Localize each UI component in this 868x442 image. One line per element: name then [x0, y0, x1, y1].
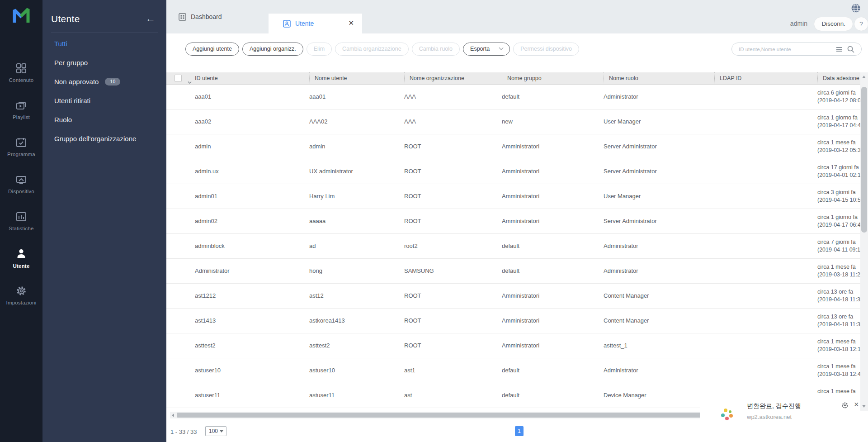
cell-org: root2: [404, 234, 502, 258]
cell-group: Amministratori: [502, 309, 604, 333]
cell-group: Amministratori: [502, 333, 604, 358]
cell-ldap: [714, 109, 817, 134]
sidebar-item-label: Impostazioni: [0, 300, 42, 305]
search-input[interactable]: [739, 43, 829, 55]
cell-user-id: admin01: [166, 184, 309, 209]
sidebar-item-label: Programma: [0, 152, 42, 157]
cell-group: default: [502, 358, 604, 383]
cell-group: Amministratori: [502, 209, 604, 233]
column-header-id-utente[interactable]: ID utente: [195, 72, 309, 84]
tab-dashboard[interactable]: Dashboard: [179, 0, 222, 33]
table-row[interactable]: ast1413 astkorea1413 ROOT Amministratori…: [166, 309, 868, 333]
panel-item-per-gruppo[interactable]: Per gruppo: [54, 59, 88, 67]
cell-user-id: admin.ux: [166, 159, 309, 184]
column-header-nome-gruppo[interactable]: Nome gruppo: [502, 72, 604, 84]
table-row[interactable]: aaa01 aaa01 AAA default Administrator ci…: [166, 85, 868, 109]
table-row[interactable]: astuser10 astuser10 ast1 default Adminis…: [166, 358, 868, 383]
table-row[interactable]: admin02 aaaaa ROOT Amministratori Server…: [166, 209, 868, 234]
search-filter-icon[interactable]: [836, 47, 842, 52]
change-role-button[interactable]: Cambia ruolo: [412, 43, 460, 56]
vertical-scrollbar-thumb[interactable]: [861, 87, 867, 233]
table-row[interactable]: admin01 Harry Lim ROOT Amministratori Us…: [166, 184, 868, 209]
close-tab-icon[interactable]: ✕: [348, 19, 354, 27]
cell-role: Administrator: [604, 85, 714, 109]
delete-button[interactable]: Elim: [307, 43, 332, 56]
cell-ldap: [714, 259, 817, 283]
cell-role: Administrator: [604, 234, 714, 258]
table-row[interactable]: ast1212 ast12 ROOT Amministratori Conten…: [166, 284, 868, 309]
table-row[interactable]: admin admin ROOT Amministratori Server A…: [166, 134, 868, 159]
scroll-down-arrow-icon[interactable]: [862, 405, 866, 408]
cell-group: Amministratori: [502, 284, 604, 308]
export-dropdown-button[interactable]: Esporta: [463, 43, 510, 56]
cell-org: ROOT: [404, 184, 502, 209]
scroll-up-arrow-icon[interactable]: [862, 76, 866, 78]
vertical-scrollbar[interactable]: [860, 72, 868, 411]
panel-item-gruppo-organizzazione[interactable]: Gruppo dell'organizzazione: [54, 135, 136, 143]
tab-bar: Dashboard Utente ✕ admin Disconn.: [166, 0, 868, 33]
cell-org: ROOT: [404, 209, 502, 233]
table-row[interactable]: asttest2 asttest2 ROOT Amministratori as…: [166, 333, 868, 358]
magicinfo-logo[interactable]: [11, 5, 32, 27]
sidebar-item-dispositivo[interactable]: Dispositivo: [0, 174, 42, 194]
page-number-button[interactable]: 1: [515, 426, 524, 436]
cell-user-name: ast12: [309, 284, 404, 308]
cell-org: ast1: [404, 358, 502, 383]
panel-item-non-approvato[interactable]: Non approvato10: [54, 78, 120, 86]
sidebar-item-programma[interactable]: Programma: [0, 137, 42, 157]
panel-item-utenti-ritirati[interactable]: Utenti ritirati: [54, 97, 90, 105]
add-organization-button[interactable]: Aggiungi organizz.: [242, 43, 303, 56]
table-row[interactable]: adminblock ad root2 default Administrato…: [166, 234, 868, 259]
sidebar-item-playlist[interactable]: Playlist: [0, 100, 42, 120]
column-header-nome-utente[interactable]: Nome utente: [309, 72, 404, 84]
language-globe-icon[interactable]: [851, 3, 861, 15]
cell-user-name: Harry Lim: [309, 184, 404, 209]
playlist-icon: [15, 100, 27, 111]
tab-utente[interactable]: Utente ✕: [269, 14, 362, 33]
notification-close-icon[interactable]: ×: [854, 400, 859, 409]
table-header: ID utente Nome utente Nome organizzazion…: [166, 72, 868, 85]
dashboard-icon: [179, 13, 186, 21]
add-user-button[interactable]: Aggiungi utente: [185, 43, 239, 56]
logout-button[interactable]: Disconn.: [814, 17, 853, 31]
cell-group: default: [502, 259, 604, 283]
table-row[interactable]: admin.ux UX administrator ROOT Amministr…: [166, 159, 868, 184]
cell-ldap: [714, 309, 817, 333]
panel-item-tutti[interactable]: Tutti: [54, 40, 67, 48]
column-header-ldap-id[interactable]: LDAP ID: [714, 72, 817, 84]
column-header-nome-organizzazione[interactable]: Nome organizzazione: [404, 72, 502, 84]
scroll-left-arrow-icon[interactable]: [172, 413, 174, 417]
sidebar-item-utente[interactable]: Utente: [0, 247, 42, 269]
cell-user-id: ast1413: [166, 309, 309, 333]
cell-ldap: [714, 358, 817, 383]
cell-ldap: [714, 184, 817, 209]
page-size-select[interactable]: 100: [205, 426, 226, 436]
table-row[interactable]: Administrator hong SAMSUNG default Admin…: [166, 259, 868, 284]
panel-item-ruolo[interactable]: Ruolo: [54, 116, 72, 124]
select-all-checkbox[interactable]: [175, 75, 182, 82]
cell-org: ast: [404, 383, 502, 408]
table-row[interactable]: aaa02 AAA02 AAA new User Manager circa 1…: [166, 109, 868, 134]
cell-ldap: [714, 284, 817, 308]
sidebar-item-statistiche[interactable]: Statistiche: [0, 211, 42, 231]
notification-settings-gear-icon[interactable]: [841, 402, 849, 411]
header-chevron-down-icon[interactable]: [188, 76, 192, 84]
sidebar-item-contenuto[interactable]: Contenuto: [0, 62, 42, 83]
pagination-range: 1 - 33 / 33: [170, 428, 197, 435]
column-header-nome-ruolo[interactable]: Nome ruolo: [604, 72, 714, 84]
device-permissions-button[interactable]: Permessi dispositivo: [513, 43, 579, 56]
search-icon[interactable]: [847, 46, 854, 55]
horizontal-scrollbar-thumb[interactable]: [177, 413, 703, 418]
collapse-panel-arrow-icon[interactable]: ←: [146, 13, 156, 24]
primary-sidebar: Contenuto Playlist Programma: [0, 0, 42, 442]
cell-org: ROOT: [404, 134, 502, 159]
user-table-body: aaa01 aaa01 AAA default Administrator ci…: [166, 85, 868, 409]
change-organization-button[interactable]: Cambia organizzazione: [335, 43, 409, 56]
sidebar-item-impostazioni[interactable]: Impostazioni: [0, 285, 42, 305]
help-button[interactable]: ?: [854, 17, 868, 31]
main-content: Dashboard Utente ✕ admin Disconn.: [166, 0, 868, 442]
cell-group: default: [502, 234, 604, 258]
cell-group: default: [502, 383, 604, 408]
cell-user-name: asttest2: [309, 333, 404, 358]
notification-url[interactable]: wp2.astkorea.net: [747, 413, 792, 420]
